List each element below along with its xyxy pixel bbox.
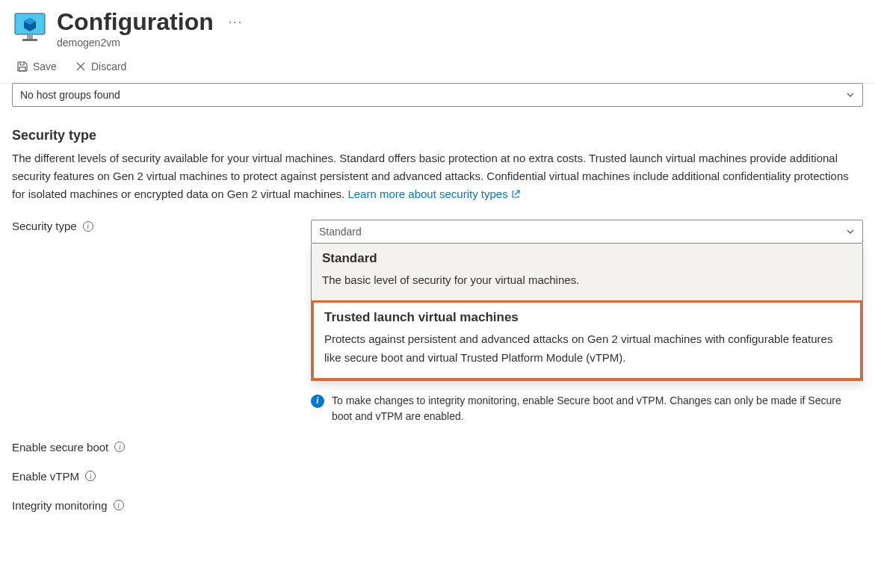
- host-group-dropdown[interactable]: No host groups found: [12, 83, 863, 107]
- page-title: Configuration: [57, 9, 214, 35]
- save-label: Save: [33, 61, 57, 72]
- learn-more-link[interactable]: Learn more about security types: [347, 188, 519, 200]
- security-type-label: Security type i: [12, 220, 311, 232]
- integrity-monitoring-label: Integrity monitoring i: [12, 499, 311, 512]
- info-badge-icon: i: [311, 394, 324, 408]
- command-bar: Save Discard: [0, 53, 875, 84]
- security-type-options: Standard The basic level of security for…: [311, 244, 863, 381]
- save-button[interactable]: Save: [12, 58, 61, 75]
- more-menu-button[interactable]: ···: [226, 13, 246, 32]
- security-type-dropdown[interactable]: Standard: [311, 220, 863, 244]
- chevron-down-icon: [846, 227, 855, 236]
- info-icon[interactable]: i: [114, 442, 125, 452]
- svg-rect-4: [27, 34, 33, 39]
- host-group-value: No host groups found: [20, 89, 120, 101]
- option-desc: Protects against persistent and advanced…: [324, 329, 850, 368]
- vm-icon: [12, 9, 48, 45]
- integrity-info-callout: i To make changes to integrity monitorin…: [311, 393, 863, 424]
- save-icon: [16, 61, 28, 72]
- secure-boot-label: Enable secure boot i: [12, 441, 311, 454]
- info-icon[interactable]: i: [114, 500, 124, 510]
- security-type-heading: Security type: [12, 128, 863, 143]
- close-icon: [75, 61, 87, 72]
- security-type-value: Standard: [319, 226, 362, 238]
- security-type-description: The different levels of security availab…: [12, 149, 863, 203]
- svg-rect-5: [22, 39, 37, 41]
- info-icon[interactable]: i: [83, 221, 93, 232]
- page-header: Configuration ··· demogen2vm: [0, 0, 875, 53]
- resource-name: demogen2vm: [57, 37, 246, 49]
- vtpm-label: Enable vTPM i: [12, 470, 311, 483]
- svg-rect-6: [19, 67, 25, 71]
- option-trusted-launch[interactable]: Trusted launch virtual machines Protects…: [312, 300, 862, 380]
- option-standard[interactable]: Standard The basic level of security for…: [312, 244, 862, 300]
- chevron-down-icon: [846, 90, 855, 99]
- option-title: Standard: [322, 251, 852, 266]
- discard-button[interactable]: Discard: [70, 58, 131, 75]
- external-link-icon: [511, 190, 520, 199]
- integrity-info-text: To make changes to integrity monitoring,…: [332, 393, 855, 424]
- option-title: Trusted launch virtual machines: [324, 310, 850, 325]
- info-icon[interactable]: i: [85, 471, 96, 481]
- discard-label: Discard: [91, 61, 126, 72]
- option-desc: The basic level of security for your vir…: [322, 270, 852, 290]
